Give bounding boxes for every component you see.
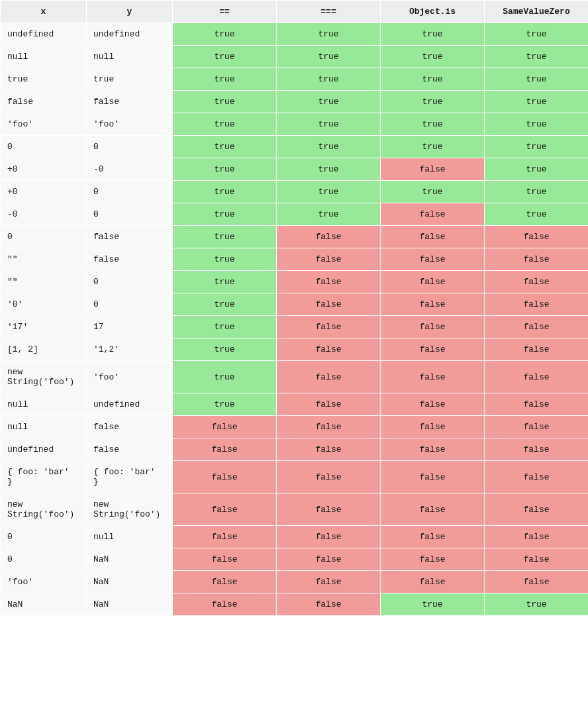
cell-x: 'foo' [1, 571, 87, 593]
table-row: +00truetruetruetrue [1, 181, 589, 203]
cell-y: false [87, 226, 173, 248]
cell-x: { foo: 'bar' } [1, 461, 87, 493]
cell-x: +0 [1, 158, 87, 181]
cell-x: null [1, 393, 87, 416]
cell-ois: false [381, 548, 485, 571]
cell-ois: true [381, 593, 485, 616]
cell-svz: false [485, 548, 589, 571]
cell-seq: false [277, 571, 381, 593]
cell-x: "" [1, 271, 87, 293]
cell-x: "" [1, 248, 87, 271]
cell-seq: false [277, 226, 381, 248]
cell-seq: true [277, 136, 381, 158]
cell-y: 'foo' [87, 361, 173, 393]
cell-eq: true [173, 46, 277, 68]
cell-seq: false [277, 416, 381, 438]
cell-y: 'foo' [87, 113, 173, 136]
cell-eq: true [173, 181, 277, 203]
cell-svz: true [485, 203, 589, 226]
cell-svz: false [485, 271, 589, 293]
cell-eq: false [173, 493, 277, 526]
table-row: -00truetruefalsetrue [1, 203, 589, 226]
cell-ois: false [381, 493, 485, 526]
cell-eq: true [173, 316, 277, 338]
cell-seq: false [277, 493, 381, 526]
cell-svz: true [485, 158, 589, 181]
cell-svz: false [485, 526, 589, 548]
cell-x: new String('foo') [1, 361, 87, 393]
cell-svz: false [485, 461, 589, 493]
cell-svz: false [485, 338, 589, 361]
header-ois: Object.is [381, 1, 485, 23]
cell-x: '17' [1, 316, 87, 338]
cell-eq: true [173, 91, 277, 113]
cell-eq: false [173, 571, 277, 593]
cell-x: null [1, 46, 87, 68]
header-eq: == [173, 1, 277, 23]
cell-ois: false [381, 571, 485, 593]
table-row: undefinedfalsefalsefalsefalsefalse [1, 438, 589, 461]
cell-svz: false [485, 493, 589, 526]
cell-x: '0' [1, 293, 87, 316]
cell-eq: true [173, 203, 277, 226]
cell-y: true [87, 68, 173, 91]
cell-ois: false [381, 203, 485, 226]
cell-eq: false [173, 438, 277, 461]
cell-y: 17 [87, 316, 173, 338]
cell-svz: false [485, 416, 589, 438]
cell-seq: false [277, 293, 381, 316]
cell-x: 0 [1, 526, 87, 548]
cell-x: null [1, 416, 87, 438]
cell-y: false [87, 416, 173, 438]
cell-ois: false [381, 338, 485, 361]
cell-x: NaN [1, 593, 87, 616]
header-svz: SameValueZero [485, 1, 589, 23]
cell-seq: true [277, 91, 381, 113]
cell-x: [1, 2] [1, 338, 87, 361]
cell-ois: false [381, 438, 485, 461]
table-row: { foo: 'bar' }{ foo: 'bar' }falsefalsefa… [1, 461, 589, 493]
cell-x: -0 [1, 203, 87, 226]
cell-seq: false [277, 271, 381, 293]
cell-y: null [87, 526, 173, 548]
cell-svz: true [485, 23, 589, 46]
cell-y: undefined [87, 393, 173, 416]
cell-ois: false [381, 226, 485, 248]
table-row: nullfalsefalsefalsefalsefalse [1, 416, 589, 438]
cell-eq: true [173, 68, 277, 91]
cell-eq: true [173, 293, 277, 316]
cell-y: new String('foo') [87, 493, 173, 526]
cell-y: undefined [87, 23, 173, 46]
cell-svz: false [485, 226, 589, 248]
cell-eq: false [173, 461, 277, 493]
table-row: falsefalsetruetruetruetrue [1, 91, 589, 113]
cell-ois: false [381, 248, 485, 271]
cell-eq: true [173, 361, 277, 393]
cell-x: 0 [1, 548, 87, 571]
cell-seq: false [277, 316, 381, 338]
cell-x: 0 [1, 136, 87, 158]
cell-seq: false [277, 548, 381, 571]
table-row: ""0truefalsefalsefalse [1, 271, 589, 293]
cell-ois: true [381, 136, 485, 158]
cell-ois: false [381, 158, 485, 181]
cell-ois: true [381, 91, 485, 113]
cell-y: NaN [87, 548, 173, 571]
cell-y: false [87, 91, 173, 113]
table-row: 'foo'NaNfalsefalsefalsefalse [1, 571, 589, 593]
cell-y: false [87, 438, 173, 461]
cell-x: true [1, 68, 87, 91]
cell-ois: true [381, 113, 485, 136]
table-row: undefinedundefinedtruetruetruetrue [1, 23, 589, 46]
cell-svz: false [485, 293, 589, 316]
cell-eq: true [173, 393, 277, 416]
cell-svz: false [485, 438, 589, 461]
cell-svz: true [485, 68, 589, 91]
cell-ois: true [381, 23, 485, 46]
cell-x: false [1, 91, 87, 113]
cell-eq: true [173, 338, 277, 361]
cell-ois: false [381, 271, 485, 293]
table-row: +0-0truetruefalsetrue [1, 158, 589, 181]
cell-eq: false [173, 548, 277, 571]
cell-svz: true [485, 113, 589, 136]
